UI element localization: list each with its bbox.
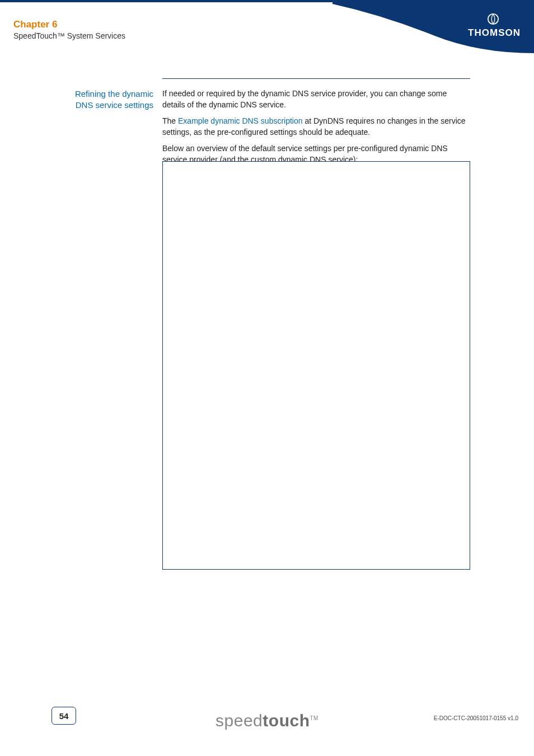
section-rule (162, 78, 470, 79)
chapter-label: Chapter 6 (13, 19, 57, 30)
brand-tm: TM (310, 715, 318, 721)
svg-point-0 (488, 14, 498, 24)
example-subscription-link[interactable]: Example dynamic DNS subscription (178, 116, 303, 125)
thomson-wordmark: THOMSON (468, 27, 521, 39)
paragraph-1: If needed or required by the dynamic DNS… (162, 88, 470, 110)
brand-thin: speed (216, 711, 263, 730)
chapter-subtitle: SpeedTouch™ System Services (13, 31, 125, 40)
thomson-logo-icon (487, 13, 499, 25)
section-side-heading: Refining the dynamic DNS service setting… (62, 88, 153, 111)
para2-pre: The (162, 116, 178, 125)
page-footer: 54 speedtouchTM E-DOC-CTC-20051017-0155 … (0, 689, 534, 756)
settings-figure-placeholder (162, 161, 470, 570)
paragraph-2: The Example dynamic DNS subscription at … (162, 116, 470, 138)
section-body: If needed or required by the dynamic DNS… (162, 88, 470, 171)
document-id: E-DOC-CTC-20051017-0155 v1.0 (434, 715, 518, 721)
brand-bold: touch (263, 711, 310, 730)
brand-badge: THOMSON (332, 2, 534, 51)
